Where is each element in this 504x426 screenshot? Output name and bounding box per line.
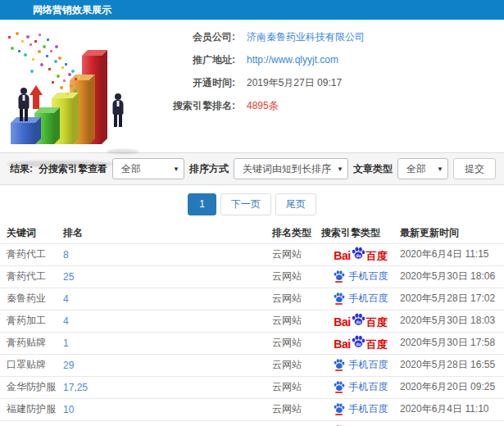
bar-chart-illustration: [0, 20, 143, 152]
engine-filter-select[interactable]: 全部 ▼: [112, 158, 184, 179]
rank-link[interactable]: 4: [63, 315, 69, 327]
baidu-paw-icon: [334, 403, 345, 415]
table-row: 膏药贴牌1云网站Bai du百度2020年5月30日 17:58: [0, 332, 504, 354]
keyword-cell: [0, 420, 63, 426]
rank-cell: 8: [63, 243, 272, 265]
article-type-select[interactable]: 全部 ▼: [397, 158, 448, 179]
confetti-dot: [18, 50, 20, 52]
rank-link[interactable]: 17,25: [63, 382, 88, 393]
confetti-dot: [61, 66, 64, 69]
rank-link[interactable]: 10: [63, 404, 74, 415]
baidu-paw-icon: [334, 381, 345, 393]
rank-link[interactable]: 8: [63, 249, 69, 261]
next-page-button[interactable]: 下一页: [220, 193, 271, 215]
clipart-bar: [11, 123, 35, 144]
confetti-dot: [39, 34, 41, 36]
mobile-baidu-logo[interactable]: 手机百度: [334, 358, 388, 372]
baidu-paw-icon: du: [352, 335, 366, 350]
mobile-baidu-logo[interactable]: 手机百度: [334, 380, 388, 394]
confetti-dot: [78, 76, 80, 79]
mobile-baidu-logo[interactable]: 手机百度: [334, 292, 388, 306]
update-time-cell: 2020年5月30日 18:06: [400, 265, 504, 288]
rank-type-cell: 云网站: [272, 265, 321, 288]
sort-select[interactable]: 关键词由短到长排序 ▼: [234, 158, 348, 179]
engine-cell: Bai du百度: [321, 332, 400, 354]
baidu-logo-cn: 百度: [366, 251, 388, 261]
rank-type-cell: 云网站: [272, 354, 321, 376]
confetti-dot: [55, 45, 58, 48]
mobile-baidu-label: 手机百度: [349, 402, 388, 416]
keyword-cell: 膏药贴牌: [0, 332, 63, 354]
confetti-dot: [47, 39, 49, 41]
page-title: 网络营销效果展示: [33, 4, 111, 16]
filter-bar: 结果: 分搜索引擎查看 全部 ▼ 排序方式 关键词由短到长排序 ▼ 文章类型 全…: [0, 152, 504, 185]
keyword-cell: 福建防护服: [0, 398, 63, 420]
open-time-label: 开通时间:: [143, 76, 235, 89]
confetti-dot: [30, 70, 34, 73]
baidu-logo-cn: 百度: [366, 317, 388, 328]
keyword-cell: 膏药代工: [0, 265, 63, 288]
keyword-ranking-table: 关键词 排名 排名类型 搜索引擎类型 最新更新时间 膏药代工8云网站Bai du…: [0, 223, 504, 426]
rank-type-cell: 云网站: [272, 398, 321, 420]
last-page-button[interactable]: 尾页: [275, 193, 316, 215]
rank-cell: 17,25: [63, 376, 272, 398]
confetti-dot: [65, 63, 67, 66]
confetti-dot: [54, 60, 57, 63]
promo-url-link[interactable]: http://www.qlyyjt.com: [247, 53, 338, 66]
engine-cell: 手机百度: [321, 376, 400, 398]
confetti-dot: [75, 78, 77, 80]
baidu-logo[interactable]: Bai du百度: [334, 335, 387, 350]
baidu-paw-icon: [334, 270, 345, 283]
svg-text:du: du: [356, 342, 361, 347]
confetti-dot: [43, 45, 46, 48]
confetti-dot: [50, 50, 52, 52]
chevron-down-icon: ▼: [437, 159, 443, 180]
mobile-baidu-label: 手机百度: [349, 292, 388, 306]
pagination: 1 下一页 尾页: [0, 185, 504, 223]
engine-cell: 手机百度: [321, 398, 400, 420]
baidu-logo[interactable]: Bai du百度: [334, 313, 387, 328]
rank-type-cell: 云网站: [272, 376, 321, 398]
confetti-dot: [60, 86, 63, 89]
page-1-button[interactable]: 1: [188, 193, 216, 215]
company-link[interactable]: 济南秦鲁药业科技有限公司: [247, 30, 365, 43]
col-keyword: 关键词: [0, 223, 63, 243]
confetti-dot: [38, 50, 41, 53]
svg-text:du: du: [356, 320, 361, 324]
keyword-cell: 金华防护服: [0, 376, 63, 398]
rank-cell: 4: [63, 310, 272, 332]
table-row: 口罩贴牌29云网站 手机百度2020年5月28日 16:55: [0, 354, 504, 376]
confetti-dot: [32, 58, 34, 61]
update-time-cell: 2020年6月4日 11:10: [400, 398, 504, 420]
rank-link[interactable]: 1: [63, 338, 69, 349]
confetti-dot: [46, 55, 48, 57]
col-rank-type: 排名类型: [272, 223, 321, 243]
svg-text:du: du: [356, 253, 361, 258]
keyword-cell: 膏药代工: [0, 243, 63, 265]
update-time-cell: 2020年5月30日 18:03: [400, 310, 504, 332]
rank-type-cell: 云网站: [272, 288, 321, 310]
baidu-paw-icon: du: [352, 247, 366, 261]
engine-cell: 手机百度: [321, 265, 400, 288]
submit-button[interactable]: 提交: [453, 158, 496, 179]
mobile-baidu-logo[interactable]: 手机百度: [334, 270, 388, 283]
sort-label: 排序方式: [189, 162, 229, 176]
rank-link[interactable]: 25: [63, 271, 74, 283]
keyword-cell: 秦鲁药业: [0, 288, 63, 310]
confetti-dot: [57, 75, 60, 78]
confetti-dot: [40, 63, 43, 66]
info-row-rank-count: 搜索引擎排名: 4895条: [143, 99, 365, 112]
article-type-value: 全部: [406, 163, 426, 174]
engine-cell: 手机百度: [321, 354, 400, 376]
mobile-baidu-logo[interactable]: 手机百度: [334, 402, 388, 416]
keyword-cell: 口罩贴牌: [0, 354, 63, 376]
table-row: 膏药代工25云网站 手机百度2020年5月30日 18:06: [0, 265, 504, 288]
businessman-right-figure: [111, 93, 125, 129]
engine-cell: Bai du百度: [321, 310, 400, 332]
confetti-dot: [11, 47, 14, 50]
rank-link[interactable]: 29: [63, 360, 74, 371]
mobile-baidu-label: 手机百度: [349, 270, 388, 283]
baidu-logo[interactable]: Bai du百度: [334, 247, 387, 261]
rank-link[interactable]: 4: [63, 293, 69, 305]
promo-url-label: 推广地址:: [143, 53, 235, 66]
